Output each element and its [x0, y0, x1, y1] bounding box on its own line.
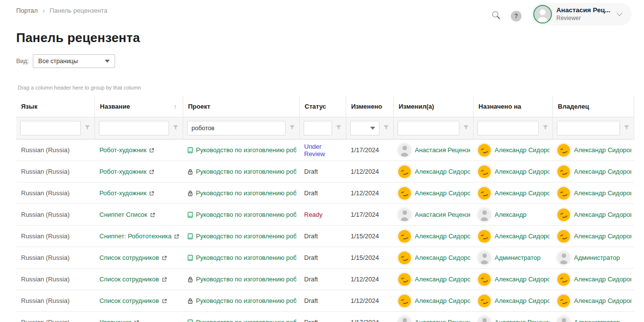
- grid-header-row: Язык Название ↑ Проект Статус Изменено И…: [16, 95, 634, 117]
- help-icon[interactable]: ?: [511, 11, 522, 22]
- assigned-to-link[interactable]: Администратор: [495, 254, 549, 261]
- assigned-to-link[interactable]: Анастасия Рецензент..: [495, 319, 549, 322]
- modified-by-cell: Александр Сидоров: [393, 226, 473, 247]
- owner-link[interactable]: Александр Сидоров: [574, 232, 631, 240]
- column-header-name[interactable]: Название ↑: [95, 95, 183, 117]
- filter-funnel-icon[interactable]: [623, 124, 630, 132]
- modified-by-link[interactable]: Александр Сидоров: [415, 254, 470, 261]
- column-header-language[interactable]: Язык: [16, 95, 95, 117]
- modified-by-link[interactable]: Александр Сидоров: [415, 189, 470, 197]
- modified-by-link[interactable]: Александр Сидоров: [415, 276, 470, 283]
- modified-by-link[interactable]: Александр Сидоров: [415, 297, 470, 304]
- project-link[interactable]: Руководство по изготовлению роботов: [196, 146, 296, 154]
- owner-link[interactable]: Администратор: [574, 254, 631, 261]
- page-name-link[interactable]: Уравнения: [99, 319, 131, 322]
- column-header-owner[interactable]: Владелец: [552, 95, 634, 117]
- assigned-to-link[interactable]: Александр Сидоров: [495, 232, 549, 240]
- column-header-modified[interactable]: Изменено: [346, 95, 393, 117]
- user-role: Reviewer: [556, 15, 610, 22]
- project-link[interactable]: Руководство по изготовлению роботов: [196, 168, 296, 175]
- assigned-to-cell: Анастасия Рецензент..: [473, 312, 552, 322]
- user-avatar: [478, 208, 491, 221]
- user-avatar: [557, 187, 570, 200]
- assigned-to-link[interactable]: Александр Сидоров: [495, 189, 549, 197]
- assigned-to-filter-input[interactable]: [477, 121, 539, 136]
- project-link[interactable]: Руководство по изготовлению роботов: [196, 189, 296, 197]
- owner-link[interactable]: Александр Сидоров: [574, 168, 631, 175]
- assigned-to-link[interactable]: Александр: [495, 211, 549, 218]
- external-link-icon[interactable]: [149, 148, 154, 153]
- external-link-icon[interactable]: [174, 234, 179, 239]
- assigned-to-link[interactable]: Александр Сидоров: [495, 297, 549, 304]
- owner-link[interactable]: Администратор: [574, 319, 631, 322]
- filter-funnel-icon[interactable]: [84, 124, 91, 132]
- owner-cell: Александр Сидоров: [552, 161, 634, 182]
- view-select[interactable]: Все страницы: [33, 54, 115, 68]
- modified-by-link[interactable]: Анастасия Рецензент.: [415, 211, 470, 218]
- owner-link[interactable]: Александр Сидоров: [574, 211, 631, 218]
- project-link[interactable]: Руководство по изготовлению роботов: [196, 297, 296, 304]
- assigned-to-link[interactable]: Александр Сидоров: [495, 276, 549, 283]
- external-link-icon[interactable]: [150, 212, 155, 218]
- column-header-assigned-to[interactable]: Назначено на: [473, 95, 552, 117]
- project-link[interactable]: Руководство по изготовлению роботов: [196, 319, 296, 322]
- modified-by-link[interactable]: Александр Сидоров: [415, 232, 470, 240]
- modified-by-filter-input[interactable]: [398, 121, 459, 136]
- column-header-project[interactable]: Проект: [183, 95, 299, 117]
- status-filter-input[interactable]: [304, 121, 332, 136]
- assigned-to-link[interactable]: Александр Сидоров: [495, 168, 549, 175]
- assigned-to-cell: Александр Сидоров: [473, 139, 552, 161]
- user-avatar: [478, 144, 491, 157]
- filter-funnel-icon[interactable]: [463, 124, 469, 132]
- page-name-link[interactable]: Список сотрудников: [99, 276, 159, 283]
- page-name-link[interactable]: Список сотрудников: [99, 297, 159, 304]
- page-name-link[interactable]: Робот-художник: [99, 146, 146, 154]
- assigned-to-cell: Александр Сидоров: [473, 183, 552, 204]
- page-name-link[interactable]: Робот-художник: [99, 168, 146, 175]
- column-header-status[interactable]: Статус: [299, 95, 346, 117]
- owner-link[interactable]: Александр Сидоров: [574, 146, 631, 154]
- project-link[interactable]: Руководство по изготовлению роботов: [196, 276, 296, 283]
- status-cell: Draft: [299, 290, 346, 311]
- external-link-icon[interactable]: [162, 255, 167, 261]
- page-name-link[interactable]: Сниппет: Робототехника: [99, 232, 171, 240]
- user-avatar: [557, 273, 570, 286]
- page-name-link[interactable]: Робот-художник: [99, 189, 146, 197]
- external-link-icon[interactable]: [134, 320, 139, 322]
- external-link-icon[interactable]: [149, 169, 154, 175]
- owner-link[interactable]: Александр Сидоров: [574, 297, 631, 304]
- external-link-icon[interactable]: [162, 277, 167, 282]
- owner-cell: Администратор: [552, 312, 634, 322]
- column-header-modified-by[interactable]: Изменил(а): [393, 95, 473, 117]
- filter-funnel-icon[interactable]: [542, 124, 549, 132]
- owner-filter-input[interactable]: [557, 121, 620, 136]
- modified-filter-dropdown[interactable]: [350, 121, 380, 136]
- external-link-icon[interactable]: [149, 191, 154, 196]
- filter-funnel-icon[interactable]: [383, 124, 389, 132]
- owner-link[interactable]: Александр Сидоров: [574, 189, 631, 197]
- language-filter-input[interactable]: [20, 121, 81, 136]
- user-menu[interactable]: Анастасия Рец... Reviewer: [531, 3, 632, 25]
- page-name-link[interactable]: Список сотрудников: [99, 254, 159, 261]
- user-avatar: [478, 165, 491, 178]
- breadcrumb-portal-link[interactable]: Портал: [16, 7, 38, 14]
- modified-by-link[interactable]: Александр Сидоров: [415, 168, 470, 175]
- filter-funnel-icon[interactable]: [289, 124, 295, 132]
- filter-funnel-icon[interactable]: [335, 124, 342, 132]
- modified-by-link[interactable]: Анастасия Рецензент.: [415, 146, 470, 154]
- project-link[interactable]: Руководство по изготовлению роботов: [196, 211, 296, 218]
- external-link-icon[interactable]: [162, 299, 167, 304]
- project-link[interactable]: Руководство по изготовлению роботов: [196, 232, 296, 240]
- owner-link[interactable]: Александр Сидоров: [574, 276, 631, 283]
- table-row: Russian (Russia) Сниппет Список Руководс…: [16, 204, 634, 226]
- modified-date-cell: 1/15/2024: [346, 247, 393, 268]
- page-name-link[interactable]: Сниппет Список: [99, 211, 147, 218]
- assigned-to-link[interactable]: Александр Сидоров: [495, 146, 549, 154]
- modified-by-link[interactable]: Анастасия Рецензент.: [415, 319, 470, 322]
- project-link[interactable]: Руководство по изготовлению роботов: [196, 254, 296, 261]
- project-type-icon: [188, 147, 193, 154]
- project-filter-input[interactable]: [187, 121, 286, 136]
- name-filter-input[interactable]: [99, 121, 169, 136]
- filter-funnel-icon[interactable]: [172, 124, 179, 132]
- search-icon[interactable]: [491, 10, 501, 22]
